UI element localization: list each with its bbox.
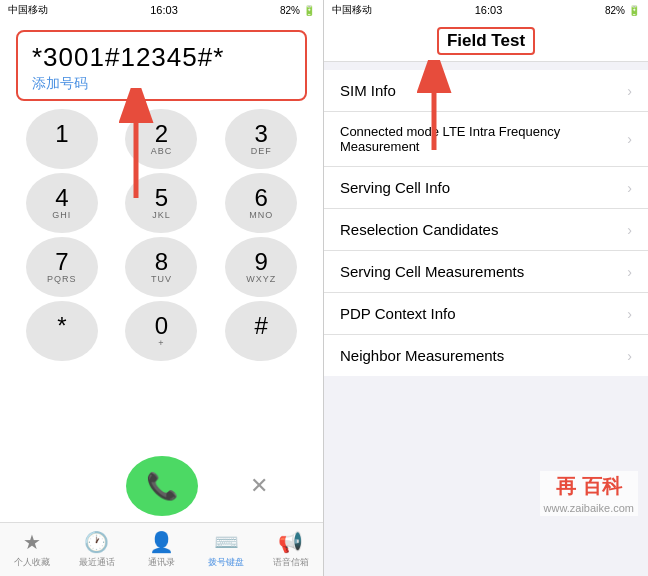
keypad-row-2: 4 GHI 5 JKL 6 MNO [16,173,307,233]
menu-item-sim-info[interactable]: SIM Info › [324,70,648,112]
nav-keypad-label: 拨号键盘 [208,556,244,569]
key-7[interactable]: 7 PQRS [26,237,98,297]
menu-item-reselection[interactable]: Reselection Candidates › [324,209,648,251]
keypad-row-4: * 0 + # [16,301,307,361]
chevron-icon-5: › [627,306,632,322]
contacts-icon: 👤 [149,530,174,554]
nav-contacts[interactable]: 👤 通讯录 [129,530,194,569]
right-phone-panel: 中国移动 16:03 82% 🔋 Field Test SIM Info › C… [324,0,648,576]
right-time: 16:03 [475,4,503,16]
nav-keypad[interactable]: ⌨️ 拨号键盘 [194,530,259,569]
key-0[interactable]: 0 + [125,301,197,361]
nav-recents-label: 最近通话 [79,556,115,569]
right-battery: 82% 🔋 [605,5,640,16]
menu-serving-cell-label: Serving Cell Info [340,179,627,196]
watermark-url: www.zaibaike.com [544,502,634,514]
chevron-icon-3: › [627,222,632,238]
chevron-icon-0: › [627,83,632,99]
key-2[interactable]: 2 ABC [125,109,197,169]
key-6[interactable]: 6 MNO [225,173,297,233]
action-row: 📞 ✕ [0,448,323,522]
menu-serving-measurements-label: Serving Cell Measurements [340,263,627,280]
bottom-nav: ★ 个人收藏 🕐 最近通话 👤 通讯录 ⌨️ 拨号键盘 📢 语音信箱 [0,522,323,576]
nav-voicemail[interactable]: 📢 语音信箱 [258,530,323,569]
watermark: 再 百科 www.zaibaike.com [540,471,638,516]
keypad: 1 2 ABC 3 DEF 4 GHI 5 JKL 6 [0,105,323,448]
key-9[interactable]: 9 WXYZ [225,237,297,297]
right-carrier: 中国移动 [332,3,372,17]
add-contact-link[interactable]: 添加号码 [32,75,291,93]
menu-pdp-label: PDP Context Info [340,305,627,322]
menu-sim-info-label: SIM Info [340,82,627,99]
menu-item-pdp[interactable]: PDP Context Info › [324,293,648,335]
right-status-bar: 中国移动 16:03 82% 🔋 [324,0,648,20]
delete-button[interactable]: ✕ [223,456,295,516]
nav-contacts-label: 通讯录 [148,556,175,569]
key-1[interactable]: 1 [26,109,98,169]
key-3[interactable]: 3 DEF [225,109,297,169]
field-test-title: Field Test [437,27,535,55]
delete-icon: ✕ [250,473,268,499]
dial-display: *3001#12345#* 添加号码 [16,30,307,101]
menu-neighbor-label: Neighbor Measurements [340,347,627,364]
key-8[interactable]: 8 TUV [125,237,197,297]
keypad-row-1: 1 2 ABC 3 DEF [16,109,307,169]
chevron-icon-2: › [627,180,632,196]
field-test-nav-bar: Field Test [324,20,648,62]
dial-code: *3001#12345#* [32,42,291,73]
menu-item-lte[interactable]: Connected mode LTE Intra Frequency Measu… [324,112,648,167]
left-status-bar: 中国移动 16:03 82% 🔋 [0,0,323,20]
key-hash[interactable]: # [225,301,297,361]
chevron-icon-4: › [627,264,632,280]
left-time: 16:03 [150,4,178,16]
left-battery: 82% 🔋 [280,5,315,16]
chevron-icon-6: › [627,348,632,364]
nav-recents[interactable]: 🕐 最近通话 [65,530,130,569]
menu-lte-label: Connected mode LTE Intra Frequency Measu… [340,124,627,154]
keypad-icon: ⌨️ [214,530,239,554]
menu-reselection-label: Reselection Candidates [340,221,627,238]
call-button[interactable]: 📞 [126,456,198,516]
left-phone-panel: 中国移动 16:03 82% 🔋 *3001#12345#* 添加号码 1 [0,0,324,576]
phone-icon: 📞 [146,471,178,502]
favorites-icon: ★ [23,530,41,554]
keypad-row-3: 7 PQRS 8 TUV 9 WXYZ [16,237,307,297]
nav-voicemail-label: 语音信箱 [273,556,309,569]
left-carrier: 中国移动 [8,3,48,17]
menu-item-serving-cell[interactable]: Serving Cell Info › [324,167,648,209]
key-5[interactable]: 5 JKL [125,173,197,233]
chevron-icon-1: › [627,131,632,147]
menu-item-serving-measurements[interactable]: Serving Cell Measurements › [324,251,648,293]
nav-favorites[interactable]: ★ 个人收藏 [0,530,65,569]
menu-item-neighbor[interactable]: Neighbor Measurements › [324,335,648,376]
field-test-menu: SIM Info › Connected mode LTE Intra Freq… [324,70,648,376]
recents-icon: 🕐 [84,530,109,554]
watermark-main: 再 百科 [544,473,634,500]
nav-favorites-label: 个人收藏 [14,556,50,569]
key-4[interactable]: 4 GHI [26,173,98,233]
key-star[interactable]: * [26,301,98,361]
voicemail-icon: 📢 [278,530,303,554]
